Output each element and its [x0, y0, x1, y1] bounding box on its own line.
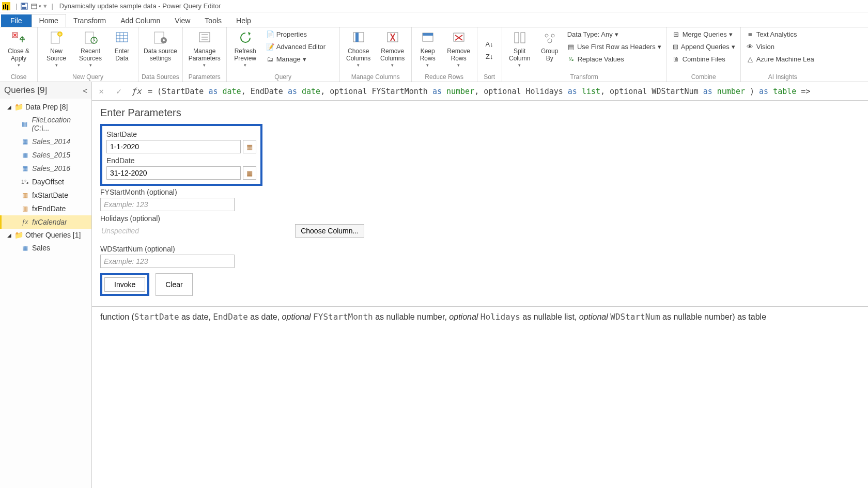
svg-point-38	[551, 34, 554, 37]
svg-rect-26	[355, 33, 359, 42]
formula-bar: ✕ ✓ ƒx = (StartDate as date, EndDate as …	[92, 82, 868, 101]
advanced-editor-button[interactable]: 📝Advanced Editor	[264, 41, 336, 52]
query-sales[interactable]: Sales	[0, 241, 91, 255]
text-analytics-icon: ≡	[746, 30, 754, 38]
number-icon	[21, 178, 29, 186]
tab-transform[interactable]: Transform	[66, 14, 113, 27]
svg-point-39	[548, 39, 552, 43]
param-icon	[21, 120, 28, 128]
fx-icon[interactable]: ƒx	[130, 85, 143, 98]
combine-files-button[interactable]: 🗎Combine Files	[670, 53, 737, 65]
merge-queries-button[interactable]: ⊞Merge Queries ▾	[670, 28, 737, 40]
enddate-input[interactable]	[106, 166, 241, 180]
remove-rows-button[interactable]: Remove Rows▾	[444, 28, 474, 69]
fystartmonth-input[interactable]	[100, 198, 235, 211]
data-source-settings-button[interactable]: Data source settings	[142, 28, 179, 64]
remove-columns-button[interactable]: Remove Columns▾	[377, 28, 408, 69]
query-fxstartdate[interactable]: fxStartDate	[0, 188, 91, 202]
query-sales-2014[interactable]: Sales_2014	[0, 135, 91, 148]
fystartmonth-label: FYStartMonth (optional)	[100, 188, 860, 196]
data-type-button[interactable]: Data Type: Any ▾	[565, 28, 663, 40]
startdate-picker-button[interactable]: ▦	[243, 140, 256, 153]
invoke-button[interactable]: Invoke	[104, 277, 145, 292]
replace-values-button[interactable]: ¹⁄₂Replace Values	[565, 53, 663, 65]
formula-input[interactable]: = (StartDate as date, EndDate as date, o…	[148, 87, 865, 96]
holidays-label: Holidays (optional)	[100, 214, 860, 223]
choose-column-button[interactable]: Choose Column...	[295, 224, 364, 238]
holidays-unspecified: Unspecified	[100, 225, 140, 237]
manage-parameters-icon	[196, 29, 213, 46]
azure-ml-button[interactable]: △Azure Machine Lea	[744, 53, 822, 65]
keep-rows-icon	[420, 29, 436, 46]
tab-view[interactable]: View	[167, 14, 197, 27]
wdstartnum-label: WDStartNum (optional)	[100, 245, 860, 253]
query-fxenddate[interactable]: fxEndDate	[0, 202, 91, 215]
properties-icon: 📄	[266, 30, 274, 38]
sort-desc-button[interactable]: Z↓	[481, 51, 498, 62]
date-icon	[21, 191, 29, 199]
table-icon	[21, 137, 29, 146]
close-apply-button[interactable]: Close & Apply ▾	[3, 28, 34, 69]
manage-parameters-button[interactable]: Manage Parameters ▾	[186, 28, 223, 69]
qat-options-icon[interactable]	[29, 1, 40, 11]
svg-rect-1	[22, 3, 25, 5]
merge-icon: ⊞	[672, 30, 680, 38]
tab-tools[interactable]: Tools	[197, 14, 229, 27]
clear-button[interactable]: Clear	[156, 273, 192, 296]
close-apply-icon	[10, 29, 27, 46]
highlight-dates-box: StartDate ▦ EndDate ▦	[100, 124, 262, 186]
wdstartnum-input[interactable]	[100, 255, 235, 268]
tab-home[interactable]: Home	[32, 14, 66, 27]
keep-rows-button[interactable]: Keep Rows▾	[415, 28, 441, 69]
window-title: Dynamically update sample data - Power Q…	[59, 2, 221, 10]
sort-desc-icon: Z↓	[486, 53, 493, 60]
expand-icon: ◢	[7, 104, 12, 110]
queries-group-dataprep[interactable]: ◢ 📁 Data Prep [8]	[0, 101, 91, 113]
refresh-preview-button[interactable]: Refresh Preview ▾	[230, 28, 261, 69]
tab-file[interactable]: File	[1, 14, 32, 27]
cancel-formula-button[interactable]: ✕	[95, 85, 107, 98]
startdate-input[interactable]	[106, 140, 241, 153]
query-fxcalendar[interactable]: fxCalendar	[0, 215, 91, 229]
folder-icon: 📁	[14, 103, 23, 111]
enter-data-button[interactable]: Enter Data	[109, 28, 135, 64]
svg-rect-31	[423, 33, 433, 36]
queries-tree: ◢ 📁 Data Prep [8] FileLocation (C:\... S…	[0, 99, 91, 257]
azure-ml-icon: △	[746, 55, 754, 63]
manage-icon: 🗂	[266, 55, 274, 63]
first-row-headers-button[interactable]: ▤Use First Row as Headers ▾	[565, 41, 663, 52]
folder-icon: 📁	[14, 231, 23, 239]
enddate-picker-button[interactable]: ▦	[243, 166, 256, 180]
svg-rect-13	[116, 33, 128, 42]
menu-strip: File Home Transform Add Column View Tool…	[0, 12, 868, 27]
tab-help[interactable]: Help	[229, 14, 258, 27]
new-source-button[interactable]: New Source ▾	[41, 28, 72, 69]
query-filelocation[interactable]: FileLocation (C:\...	[0, 113, 91, 135]
append-queries-button[interactable]: ⊟Append Queries ▾	[670, 41, 737, 52]
split-column-button[interactable]: Split Column▾	[505, 28, 534, 69]
accept-formula-button[interactable]: ✓	[113, 85, 125, 98]
sort-asc-icon: A↓	[486, 40, 493, 48]
combine-files-icon: 🗎	[672, 55, 680, 63]
query-dayoffset[interactable]: DayOffset	[0, 175, 91, 188]
vision-button[interactable]: 👁Vision	[744, 41, 822, 52]
collapse-pane-icon[interactable]: <	[83, 86, 87, 95]
recent-sources-button[interactable]: Recent Sources ▾	[75, 28, 106, 69]
qat-save-icon[interactable]	[19, 1, 29, 11]
query-sales-2015[interactable]: Sales_2015	[0, 148, 91, 162]
manage-button[interactable]: 🗂Manage ▾	[264, 53, 336, 65]
group-by-button[interactable]: Group By	[537, 28, 562, 64]
query-sales-2016[interactable]: Sales_2016	[0, 162, 91, 175]
append-icon: ⊟	[672, 42, 679, 51]
split-column-icon	[512, 29, 528, 46]
queries-group-other[interactable]: ◢ 📁 Other Queries [1]	[0, 229, 91, 241]
choose-columns-icon	[350, 29, 367, 46]
choose-columns-button[interactable]: Choose Columns▾	[343, 28, 374, 69]
tab-addcolumn[interactable]: Add Column	[113, 14, 167, 27]
expand-icon: ◢	[7, 232, 12, 238]
text-analytics-button[interactable]: ≡Text Analytics	[744, 28, 822, 40]
sort-asc-button[interactable]: A↓	[481, 39, 498, 50]
vision-icon: 👁	[746, 42, 754, 51]
properties-button[interactable]: 📄Properties	[264, 28, 336, 40]
table-icon	[21, 244, 29, 252]
